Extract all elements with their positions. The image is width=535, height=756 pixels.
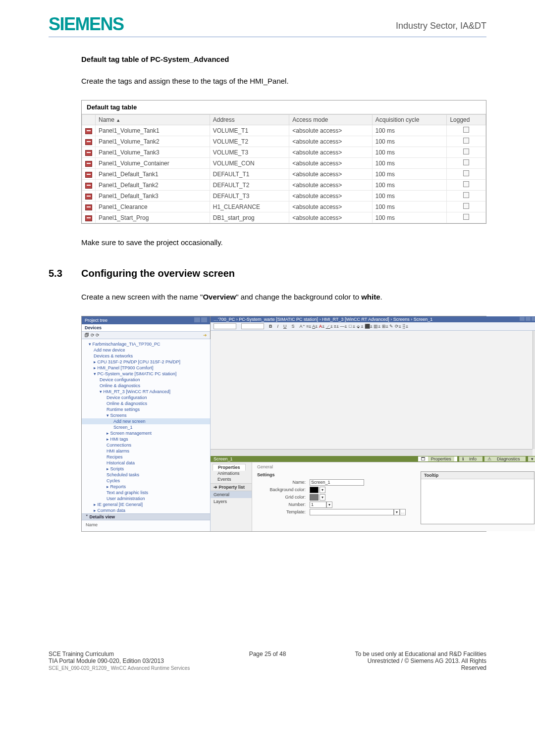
tree-node[interactable]: Historical data [82,460,210,466]
table-row[interactable]: Panel1_Default_Tank2DEFAULT_T2<absolute … [82,180,486,191]
pin-icon[interactable] [201,317,207,322]
table-row[interactable]: Panel1_Volume_Tank3VOLUME_T3<absolute ac… [82,147,486,158]
logged-checkbox[interactable] [463,127,469,133]
horizontal-scrollbar[interactable] [211,449,533,456]
font-family-dropdown[interactable] [214,323,236,329]
italic-button[interactable]: I [277,324,279,329]
tree-node[interactable]: Connections [82,442,210,448]
tree-node[interactable]: Scheduled tasks [82,472,210,478]
collapse-icon[interactable] [194,317,200,322]
col-acquisition-cycle[interactable]: Acquisition cycle [372,115,447,125]
info-tab[interactable]: ℹ Info [459,456,482,461]
bg-color-dropdown[interactable]: ▾ [320,487,325,493]
ptab-properties[interactable]: Properties [213,464,246,471]
logged-checkbox[interactable] [463,181,469,187]
pnav-layers[interactable]: Layers [211,498,252,505]
sort-ascending-icon: ▲ [116,118,120,123]
details-view-header[interactable]: ˅ Details view [82,513,210,520]
close-icon[interactable] [532,317,535,321]
tree-node[interactable]: Device configuration [82,395,210,401]
tree-node[interactable]: Add new device [82,347,210,353]
tree-node[interactable]: Text and graphic lists [82,490,210,496]
tree-node[interactable]: ▸ Scripts [82,466,210,472]
tree-node[interactable]: ▾ HMI_RT_3 [WinCC RT Advanced] [82,389,210,395]
pnav-general[interactable]: General [211,491,252,498]
tree-node[interactable]: ▸ IE general [IE General] [82,502,210,507]
tree-node[interactable]: ▸ HMI_Panel [TP900 Comfort] [82,365,210,371]
table-row[interactable]: Panel1_ClearanceH1_CLEARANCE<absolute ac… [82,202,486,212]
tree-node[interactable]: Devices & networks [82,353,210,359]
tree-node[interactable]: ▸ Common data [82,507,210,513]
table-row[interactable]: Panel1_Default_Tank3DEFAULT_T3<absolute … [82,191,486,202]
tree-node[interactable]: Device configuration [82,377,210,383]
expand-icon[interactable]: ➔ [203,333,207,338]
tree-node[interactable]: ▾ PC-System_warte [SIMATIC PC station] [82,371,210,377]
cell-cycle: 100 ms [372,125,447,136]
logged-checkbox[interactable] [463,214,469,220]
font-size-dropdown[interactable] [241,323,264,329]
screen-number-input[interactable]: 1 [310,502,326,508]
tree-node[interactable]: Runtime settings [82,406,210,412]
diagnostics-tab[interactable]: ⚠ Diagnostics [484,456,526,461]
page-header: SIEMENS Industry Sector, IA&DT [49,14,486,37]
grid-color-swatch[interactable] [310,494,319,501]
tree-node[interactable]: ▸ Screen management [82,430,210,436]
col-name[interactable]: Name ▲ [96,115,210,125]
template-input[interactable] [310,509,394,515]
logged-checkbox[interactable] [463,149,469,154]
ptab-animations[interactable]: Animations [213,470,245,476]
tree-node[interactable]: Online & diagnostics [82,383,210,389]
strike-button[interactable]: S [292,324,295,329]
property-nav[interactable]: Properties Animations Events ➔ Property … [211,462,252,531]
vertical-scrollbar[interactable] [533,331,535,449]
maximize-icon[interactable] [526,317,531,321]
table-row[interactable]: Panel1_Default_Tank1DEFAULT_T1<absolute … [82,169,486,180]
cell-access-mode: <absolute access> [289,180,372,191]
template-browse[interactable]: … [400,509,406,515]
table-row[interactable]: Panel1_Volume_Tank1VOLUME_T1<absolute ac… [82,125,486,136]
number-stepper[interactable]: ▾ [326,502,332,508]
tree-node[interactable]: ▸ CPU 315F-2 PN/DP [CPU 315F-2 PN/DP] [82,359,210,365]
cell-cycle: 100 ms [372,202,447,212]
project-tree[interactable]: ▾ Farbmischanlage_TIA_TP700_PCAdd new de… [82,339,211,531]
tree-node[interactable]: Screen_1 [82,424,210,430]
logged-checkbox[interactable] [463,159,469,165]
bold-button[interactable]: B [269,324,272,329]
template-dropdown[interactable]: ▾ [394,509,400,515]
minimize-icon[interactable] [520,317,525,321]
underline-button[interactable]: U [283,324,287,329]
tree-node[interactable]: ▸ Reports [82,484,210,490]
col-logged[interactable]: Logged [447,115,486,125]
screen-canvas[interactable] [211,331,535,456]
tree-node[interactable]: Cycles [82,478,210,484]
tree-node[interactable]: HMI alarms [82,448,210,454]
tree-node[interactable]: ▾ Screens [82,412,210,418]
tree-node[interactable]: Add new screen [82,418,210,424]
tree-node[interactable]: User administration [82,496,210,502]
panel-menu-icon[interactable]: ▾ [528,456,535,461]
table-row[interactable]: Panel1_Volume_Tank2VOLUME_T2<absolute ac… [82,136,486,147]
properties-tab[interactable]: 🗔 Properties [418,456,457,461]
logged-checkbox[interactable] [463,170,469,176]
col-access-mode[interactable]: Access mode [289,115,372,125]
logged-checkbox[interactable] [463,203,469,209]
tree-node[interactable]: Online & diagnostics [82,401,210,406]
ptab-events[interactable]: Events [213,476,236,482]
tree-node[interactable]: ▾ Farbmischanlage_TIA_TP700_PC [82,341,210,347]
grid-color-dropdown[interactable]: ▾ [320,494,325,501]
col-address[interactable]: Address [210,115,289,125]
screen-name-input[interactable]: Screen_1 [310,479,364,486]
tag-icon [85,194,92,200]
table-row[interactable]: Panel1_Start_ProgDB1_start_prog<absolute… [82,212,486,223]
cell-address: H1_CLEARANCE [210,202,289,212]
tree-node[interactable]: ▸ HMI tags [82,436,210,442]
project-tree-titlebar: Project tree [82,316,210,324]
screen-tab[interactable]: Screen_1 [214,456,233,461]
tooltip-textarea[interactable] [421,479,534,524]
logged-checkbox[interactable] [463,192,469,198]
format-toolbar[interactable]: B I U S A⁺ ≡± A± A± ⟋± ≣± —± ⬚± ⬙± ⬛± ▥±… [211,322,535,331]
tree-node[interactable]: Recipes [82,454,210,460]
logged-checkbox[interactable] [463,138,469,144]
bg-color-swatch[interactable] [310,487,319,493]
table-row[interactable]: Panel1_Volume_ContainerVOLUME_CON<absolu… [82,158,486,169]
